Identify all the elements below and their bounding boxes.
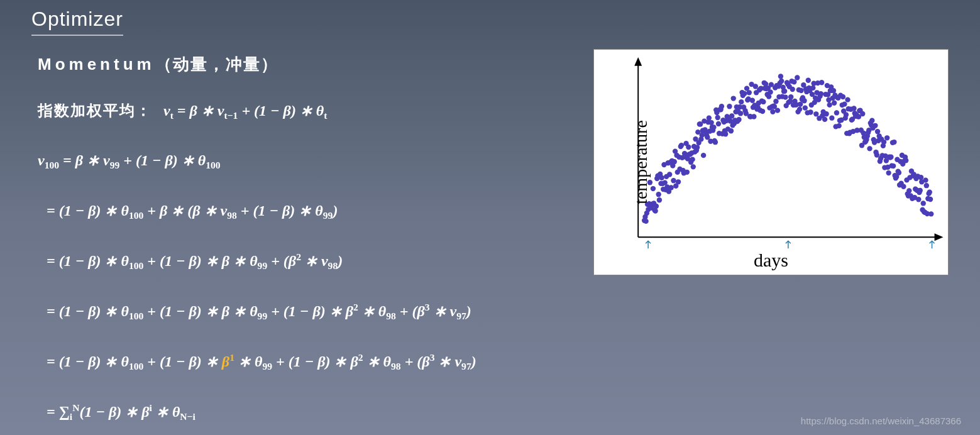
svg-point-192 bbox=[790, 87, 795, 92]
svg-point-173 bbox=[775, 107, 780, 113]
svg-point-79 bbox=[701, 153, 706, 158]
svg-point-131 bbox=[742, 91, 747, 96]
chart-xlabel: days bbox=[754, 250, 788, 271]
svg-point-320 bbox=[891, 163, 896, 168]
svg-marker-3 bbox=[935, 233, 944, 241]
temperature-chart: temperature days bbox=[593, 49, 949, 275]
svg-point-194 bbox=[791, 79, 796, 84]
svg-point-102 bbox=[719, 104, 724, 109]
svg-point-141 bbox=[750, 98, 755, 103]
svg-point-228 bbox=[818, 91, 823, 96]
svg-point-202 bbox=[798, 102, 803, 107]
svg-point-355 bbox=[918, 175, 923, 180]
svg-point-290 bbox=[867, 146, 872, 151]
svg-point-117 bbox=[731, 96, 736, 101]
svg-point-317 bbox=[888, 155, 893, 160]
chart-ylabel: temperature bbox=[631, 120, 651, 204]
svg-point-60 bbox=[686, 145, 691, 150]
svg-point-115 bbox=[729, 113, 734, 118]
svg-point-145 bbox=[753, 84, 758, 89]
svg-point-354 bbox=[918, 188, 923, 193]
svg-point-36 bbox=[667, 172, 672, 177]
svg-point-23 bbox=[657, 197, 662, 202]
svg-point-51 bbox=[679, 143, 684, 148]
svg-point-340 bbox=[906, 188, 911, 193]
svg-point-229 bbox=[819, 80, 824, 85]
svg-point-124 bbox=[736, 117, 741, 122]
svg-point-233 bbox=[822, 117, 827, 122]
svg-point-178 bbox=[779, 79, 784, 84]
svg-point-154 bbox=[760, 109, 765, 114]
svg-point-244 bbox=[831, 88, 836, 93]
svg-point-22 bbox=[656, 192, 661, 197]
svg-point-18 bbox=[652, 208, 658, 213]
svg-point-127 bbox=[739, 99, 744, 104]
formula-step3: = (1 − β) ∗ θ100 + (1 − β) ∗ β ∗ θ99 + (… bbox=[47, 302, 967, 322]
svg-point-114 bbox=[729, 128, 734, 133]
svg-point-222 bbox=[813, 111, 818, 116]
heading-en: Momentum bbox=[38, 55, 155, 74]
label-ewa: 指数加权平均： bbox=[38, 102, 152, 119]
svg-point-86 bbox=[707, 116, 712, 121]
svg-point-299 bbox=[874, 152, 879, 157]
svg-point-107 bbox=[723, 131, 728, 136]
svg-point-251 bbox=[837, 123, 842, 128]
svg-point-333 bbox=[901, 184, 906, 189]
svg-point-248 bbox=[834, 110, 839, 115]
svg-point-260 bbox=[844, 112, 849, 117]
svg-point-155 bbox=[761, 99, 766, 104]
svg-point-361 bbox=[923, 177, 928, 182]
svg-point-208 bbox=[803, 105, 808, 110]
svg-point-201 bbox=[797, 107, 802, 112]
svg-point-38 bbox=[669, 185, 674, 190]
svg-point-203 bbox=[798, 88, 803, 93]
svg-point-242 bbox=[829, 116, 834, 121]
svg-point-239 bbox=[827, 102, 832, 107]
svg-point-314 bbox=[886, 170, 891, 175]
svg-point-293 bbox=[869, 118, 874, 123]
svg-point-366 bbox=[927, 190, 932, 195]
svg-point-143 bbox=[751, 114, 756, 119]
svg-point-262 bbox=[845, 97, 850, 102]
svg-point-207 bbox=[801, 98, 807, 103]
svg-point-41 bbox=[671, 178, 676, 183]
svg-point-198 bbox=[795, 75, 800, 80]
svg-point-182 bbox=[782, 89, 787, 94]
svg-point-212 bbox=[806, 78, 811, 83]
svg-point-66 bbox=[691, 164, 696, 169]
svg-point-65 bbox=[690, 157, 695, 162]
svg-point-235 bbox=[823, 111, 829, 116]
svg-point-352 bbox=[916, 197, 921, 202]
svg-point-177 bbox=[778, 74, 783, 79]
svg-point-19 bbox=[654, 204, 659, 209]
svg-point-47 bbox=[676, 179, 681, 184]
svg-point-89 bbox=[708, 120, 713, 125]
svg-point-270 bbox=[851, 106, 856, 111]
svg-point-321 bbox=[891, 140, 896, 145]
svg-point-215 bbox=[808, 109, 813, 114]
svg-point-6 bbox=[643, 219, 648, 224]
svg-point-183 bbox=[783, 94, 788, 99]
svg-point-42 bbox=[672, 159, 677, 164]
formula-step4: = (1 − β) ∗ θ100 + (1 − β) ∗ β1 ∗ θ99 + … bbox=[47, 352, 967, 372]
svg-point-218 bbox=[810, 85, 815, 91]
svg-point-15 bbox=[651, 186, 656, 191]
svg-point-58 bbox=[685, 170, 690, 175]
svg-marker-1 bbox=[634, 57, 642, 66]
svg-point-281 bbox=[860, 111, 865, 116]
svg-point-137 bbox=[747, 90, 752, 95]
svg-point-94 bbox=[713, 140, 718, 145]
svg-point-358 bbox=[921, 201, 926, 206]
svg-point-167 bbox=[770, 109, 775, 114]
svg-point-112 bbox=[727, 104, 732, 109]
svg-point-164 bbox=[768, 89, 773, 94]
heading-zh: （动量，冲量） bbox=[155, 55, 278, 74]
svg-point-256 bbox=[840, 94, 845, 99]
svg-point-126 bbox=[738, 111, 743, 116]
svg-point-92 bbox=[711, 124, 716, 129]
svg-point-190 bbox=[788, 94, 793, 99]
svg-point-367 bbox=[928, 197, 933, 202]
svg-point-297 bbox=[873, 123, 878, 128]
svg-point-327 bbox=[896, 170, 901, 175]
svg-point-171 bbox=[773, 99, 778, 104]
